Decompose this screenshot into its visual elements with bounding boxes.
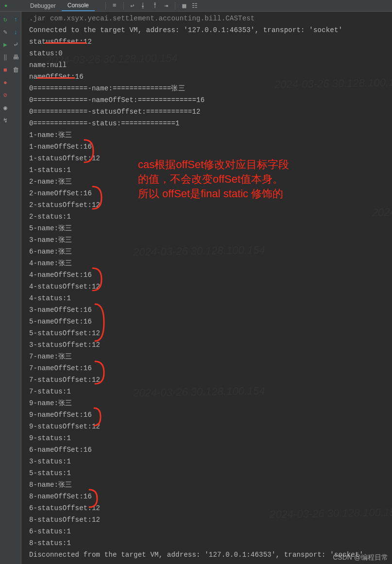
console-line: 9-nameOffSet:16 <box>29 409 392 421</box>
watermark: 2024-03-26 30.128.100.154 <box>46 52 178 67</box>
mute-icon[interactable]: ⊘ <box>1 91 9 99</box>
layout2-icon[interactable]: ☷ <box>192 2 198 10</box>
filter-icon[interactable]: ≡ <box>113 2 117 10</box>
red-underline <box>37 77 75 79</box>
download-icon[interactable]: ⭳ <box>140 2 146 10</box>
down-icon[interactable]: ↓ <box>12 28 20 36</box>
console-line: .jar com.xsyx.yecai.settlement.accountin… <box>29 13 392 24</box>
console-line: 7-nameOffSet:16 <box>29 362 392 374</box>
red-underline <box>45 42 86 44</box>
view-breakpoints-icon[interactable]: ● <box>1 79 9 86</box>
console-line: 9-status:1 <box>29 432 392 444</box>
console-line: 8-status:1 <box>29 537 392 549</box>
csdn-watermark: CSDN @编程日常 <box>333 553 388 562</box>
camera-icon[interactable]: ◉ <box>1 104 9 112</box>
console-line: 7-name:张三 <box>29 351 392 362</box>
rerun-icon[interactable]: ↻ <box>1 16 9 23</box>
watermark: 2024-03 <box>372 205 392 219</box>
red-bracket <box>94 360 109 385</box>
watermark: 2024-03-26 30.128.100.154 <box>133 385 265 400</box>
red-bracket <box>93 407 103 427</box>
watermark: 2024-03-26 30.128.100.154 <box>274 76 392 91</box>
console-line: 4-nameOffSet:16 <box>29 269 392 281</box>
annotation-line-2: 的值，不会改变offSet值本身。 <box>138 172 289 187</box>
tab-console[interactable]: Console <box>62 0 95 11</box>
red-bracket <box>92 267 106 291</box>
console-line: 5-name:张三 <box>29 222 392 234</box>
console-output[interactable]: 2024-03-26 30.128.100.154 2024-03-26 30.… <box>21 12 392 564</box>
console-line: 4-status:1 <box>29 292 392 304</box>
console-line: 3-nameOffSet:16 <box>29 304 392 316</box>
pause-icon[interactable]: ‖ <box>1 53 9 61</box>
console-line: 8-name:张三 <box>29 479 392 491</box>
console-line: 5-statusOffset:12 <box>29 327 392 339</box>
separator <box>105 2 106 10</box>
console-line: 4-statusOffset:12 <box>29 281 392 292</box>
tab-debugger-label: Debugger <box>30 2 56 9</box>
separator <box>123 2 124 10</box>
console-line: 4-name:张三 <box>29 257 392 269</box>
wrap-icon[interactable]: ↩ <box>131 2 135 10</box>
run-status-icon: ● <box>2 2 10 10</box>
annotation-line-3: 所以 offSet是final static 修饰的 <box>138 187 289 201</box>
console-line: 6-status:1 <box>29 526 392 537</box>
resume-icon[interactable]: ▶ <box>1 41 9 49</box>
console-line: 7-statusOffset:12 <box>29 374 392 386</box>
console-line: 5-nameOffSet:16 <box>29 316 392 327</box>
console-toolbar: ≡ ↩ ⭳ ⭱ ⇥ ▦ ☷ <box>104 2 198 10</box>
wrap-icon[interactable]: ⤶ <box>12 41 20 49</box>
settings-icon[interactable]: ↯ <box>1 117 9 124</box>
layout-icon[interactable]: ▦ <box>182 2 186 10</box>
debug-toolbar: ● Debugger Console ≡ ↩ ⭳ ⭱ ⇥ ▦ ☷ <box>0 0 392 12</box>
console-line: 9-name:张三 <box>29 397 392 409</box>
watermark: 2024-03-26 30.128.100.154 <box>270 506 392 521</box>
console-line: 9-statusOffset:12 <box>29 421 392 432</box>
left-gutter: ↻ ✎ ▶ ‖ ■ ● ⊘ ◉ ↯ <box>0 12 11 564</box>
annotation-line-1: cas根据offSet修改对应目标字段 <box>138 157 289 172</box>
debug-tabs: Debugger Console <box>24 0 95 11</box>
red-bracket <box>92 186 106 210</box>
tab-console-label: Console <box>68 2 89 9</box>
scroll-end-icon[interactable]: 🖶 <box>12 53 20 61</box>
console-line: 3-name:张三 <box>29 234 392 246</box>
console-line: statusOffset:12 <box>29 36 392 48</box>
console-line: 2-status:1 <box>29 211 392 222</box>
up-icon[interactable]: ↑ <box>12 16 20 23</box>
console-line: 0=============-status:=============1 <box>29 118 392 129</box>
red-bracket <box>88 489 101 508</box>
separator <box>175 2 175 10</box>
console-line: 0=============-nameOffSet:==============… <box>29 94 392 106</box>
console-line: 3-statusOffset:12 <box>29 339 392 351</box>
stop-icon[interactable]: ■ <box>1 66 9 74</box>
trash-icon[interactable]: 🗑 <box>12 66 20 74</box>
console-line: 5-status:1 <box>29 467 392 479</box>
console-line: Connected to the target VM, address: '12… <box>29 24 392 36</box>
red-bracket <box>84 139 98 163</box>
upload-icon[interactable]: ⭱ <box>152 2 158 10</box>
red-bracket <box>94 303 109 342</box>
scroll-icon[interactable]: ⇥ <box>164 2 168 10</box>
tab-debugger[interactable]: Debugger <box>24 1 62 11</box>
console-line: 8-nameOffSet:16 <box>29 491 392 502</box>
annotation-text: cas根据offSet修改对应目标字段 的值，不会改变offSet值本身。 所以… <box>138 157 289 201</box>
watermark: 2024-03-26 30.128.100.154 <box>133 244 265 259</box>
console-line: 3-status:1 <box>29 456 392 467</box>
left-gutter-2: ↑ ↓ ⤶ 🖶 🗑 <box>11 12 21 564</box>
modify-run-icon[interactable]: ✎ <box>1 28 9 36</box>
console-line: 6-nameOffSet:16 <box>29 444 392 456</box>
console-line: 0=============-statusOffset:===========1… <box>29 106 392 118</box>
